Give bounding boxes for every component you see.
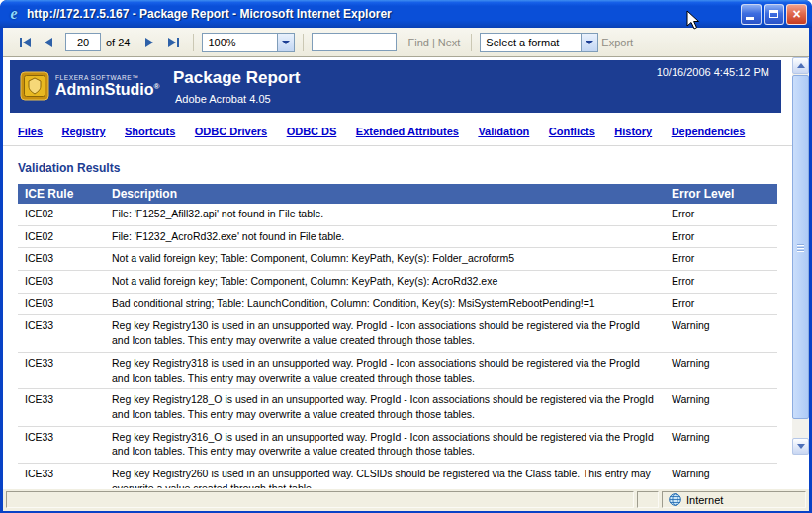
status-zone-label: Internet [686, 494, 723, 506]
scroll-up-button[interactable] [792, 57, 809, 74]
page-number-input[interactable] [65, 33, 101, 51]
last-page-button[interactable] [161, 33, 185, 52]
status-progress-panel [637, 491, 659, 508]
find-link[interactable]: Find [407, 37, 428, 48]
cell-description: File: 'F1232_AcroRd32.exe' not found in … [105, 225, 665, 248]
cell-error-level: Warning [665, 463, 777, 488]
toolbar-separator [471, 34, 472, 51]
first-page-button[interactable] [13, 33, 37, 52]
next-page-button[interactable] [137, 33, 161, 52]
toolbar-separator [193, 34, 194, 51]
status-bar: Internet [3, 488, 809, 511]
report-nav-link[interactable]: History [614, 126, 652, 137]
table-row: ICE33 Reg key Registry260 is used in an … [18, 463, 777, 488]
table-row: ICE33 Reg key Registry130 is used in an … [18, 315, 777, 352]
report-nav-link[interactable]: Shortcuts [125, 126, 175, 137]
minimize-icon [746, 17, 754, 20]
cell-ice-rule: ICE33 [18, 315, 105, 352]
chevron-down-icon [282, 41, 290, 44]
arrow-up-icon [797, 63, 805, 68]
page-count-label: of 24 [106, 37, 130, 48]
next-page-icon [145, 38, 153, 47]
table-row: ICE03 Not a valid foreign key; Table: Co… [18, 271, 777, 294]
scrollbar-thumb[interactable] [792, 75, 809, 419]
cell-description: Bad conditional string; Table: LaunchCon… [105, 293, 665, 315]
arrow-down-icon [797, 444, 805, 449]
report-nav-link[interactable]: Files [18, 126, 43, 137]
table-row: ICE33 Reg key Registry316_O is used in a… [18, 426, 777, 463]
cell-description: File: 'F1252_Afill32.api' not found in F… [105, 204, 665, 225]
cell-ice-rule: ICE33 [18, 426, 105, 463]
table-row: ICE02 File: 'F1232_AcroRd32.exe' not fou… [18, 225, 777, 248]
cell-description: Reg key Registry316_O is used in an unsu… [105, 426, 665, 463]
find-input[interactable] [312, 33, 397, 51]
last-page-icon [177, 38, 179, 47]
zoom-dropdown-button[interactable] [277, 34, 294, 51]
table-row: ICE03 Not a valid foreign key; Table: Co… [18, 248, 777, 271]
minimize-button[interactable] [741, 4, 762, 25]
maximize-button[interactable] [764, 4, 784, 25]
next-link[interactable]: Next [438, 37, 461, 48]
status-message-panel [6, 491, 634, 508]
cell-ice-rule: ICE02 [18, 225, 105, 248]
report-content: FLEXERA SOFTWARE™ AdminStudio® Package R… [3, 57, 809, 488]
cell-ice-rule: ICE33 [18, 352, 105, 388]
close-icon: × [792, 7, 800, 21]
toolbar-separator [303, 34, 304, 51]
report-toolbar: of 24 100% Find | Next Select a format E… [3, 28, 809, 57]
table-row: ICE33 Reg key Registry128_O is used in a… [18, 389, 777, 426]
report-nav-link[interactable]: Extended Attributes [356, 126, 459, 137]
previous-page-button[interactable] [37, 33, 60, 52]
cell-ice-rule: ICE33 [18, 389, 105, 426]
table-row: ICE02 File: 'F1252_Afill32.api' not foun… [18, 204, 777, 225]
adminstudio-logo-icon [20, 71, 49, 101]
cell-description: Reg key Registry128_O is used in an unsu… [105, 389, 665, 426]
report-nav-link[interactable]: Validation [478, 126, 529, 137]
cell-ice-rule: ICE02 [18, 204, 105, 225]
report-nav-link[interactable]: Conflicts [549, 126, 595, 137]
internet-globe-icon [669, 493, 681, 506]
table-row: ICE03 Bad conditional string; Table: Lau… [18, 293, 777, 315]
chevron-down-icon [586, 41, 593, 44]
cell-error-level: Error [665, 225, 777, 248]
ie-icon: e [5, 5, 23, 23]
cell-error-level: Error [665, 271, 777, 294]
cell-error-level: Error [665, 248, 777, 271]
cell-ice-rule: ICE03 [18, 271, 105, 294]
scroll-down-button[interactable] [792, 438, 809, 455]
cell-description: Reg key Registry130 is used in an unsupp… [105, 315, 665, 352]
zoom-select[interactable]: 100% [202, 33, 295, 52]
cell-ice-rule: ICE03 [18, 293, 105, 315]
report-subtitle: Adobe Acrobat 4.05 [175, 93, 271, 105]
report-nav-link[interactable]: ODBC DS [287, 126, 337, 137]
close-button[interactable]: × [786, 4, 807, 25]
report-header: FLEXERA SOFTWARE™ AdminStudio® Package R… [10, 60, 781, 113]
brand-name-label: AdminStudio® [55, 81, 159, 99]
export-format-value: Select a format [481, 34, 581, 51]
cell-error-level: Warning [665, 352, 777, 388]
header-error-level: Error Level [665, 184, 777, 204]
vertical-scrollbar[interactable] [792, 57, 809, 455]
export-link[interactable]: Export [601, 37, 633, 48]
cell-error-level: Warning [665, 389, 777, 426]
ie-window: e http://172.17.5.167 - Package Report -… [0, 0, 812, 513]
cell-description: Not a valid foreign key; Table: Componen… [105, 248, 665, 271]
table-row: ICE33 Reg key Registry318 is used in an … [18, 352, 777, 388]
window-title: http://172.17.5.167 - Package Report - M… [27, 7, 741, 21]
cell-description: Not a valid foreign key; Table: Componen… [105, 271, 665, 294]
report-nav-link[interactable]: Dependencies [672, 126, 746, 137]
title-bar[interactable]: e http://172.17.5.167 - Package Report -… [0, 0, 812, 28]
format-dropdown-button[interactable] [581, 34, 597, 51]
header-description: Description [105, 184, 665, 204]
report-nav-link[interactable]: ODBC Drivers [195, 126, 267, 137]
report-nav: Files Registry Shortcuts ODBC Drivers OD… [3, 113, 809, 146]
cell-description: Reg key Registry260 is used in an unsupp… [105, 463, 665, 488]
find-next-separator: | [432, 37, 435, 48]
cell-ice-rule: ICE03 [18, 248, 105, 271]
report-nav-link[interactable]: Registry [62, 126, 106, 137]
validation-table: ICE Rule Description Error Level ICE02 F… [18, 184, 777, 488]
first-page-icon [20, 38, 22, 47]
status-zone-panel: Internet [662, 491, 806, 508]
export-format-select[interactable]: Select a format [480, 33, 598, 52]
section-title: Validation Results [18, 161, 809, 175]
